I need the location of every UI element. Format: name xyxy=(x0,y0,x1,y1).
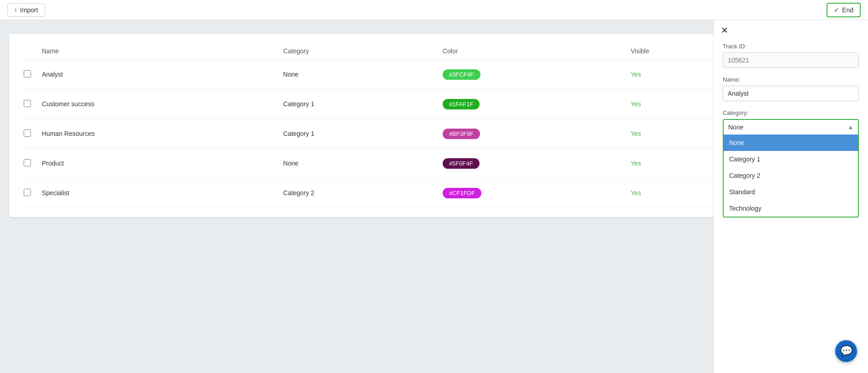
cell-name: Customer success xyxy=(36,89,278,119)
checkbox-cell xyxy=(18,89,36,119)
col-category: Category xyxy=(278,43,437,60)
check-icon xyxy=(834,6,839,14)
category-label: Category: xyxy=(723,109,859,116)
cell-color: #1FAF1F xyxy=(437,89,625,119)
dropdown-option-standard[interactable]: Standard xyxy=(724,184,858,200)
end-button[interactable]: End xyxy=(827,3,861,17)
color-badge: #CF1FDF xyxy=(443,188,481,198)
cell-category: None xyxy=(278,149,437,178)
color-badge: #5F0F4F xyxy=(443,158,480,169)
name-label: Name: xyxy=(723,76,859,83)
cell-name: Analyst xyxy=(36,60,278,89)
close-button[interactable]: ✕ xyxy=(721,26,728,36)
top-bar: Import End xyxy=(0,0,868,20)
category-selected-value: None xyxy=(728,124,743,131)
cell-category: Category 1 xyxy=(278,89,437,119)
row-checkbox[interactable] xyxy=(24,130,31,137)
cell-category: Category 2 xyxy=(278,178,437,208)
visible-text: Yes xyxy=(631,71,641,78)
dropdown-option-category1[interactable]: Category 1 xyxy=(724,151,858,167)
cell-name: Specialist xyxy=(36,178,278,208)
right-panel: ✕ Track ID: Name: Category: None ▲ None … xyxy=(713,20,868,373)
cell-color: #5F0F4F xyxy=(437,149,625,178)
dropdown-option-none[interactable]: None xyxy=(724,135,858,151)
visible-text: Yes xyxy=(631,160,641,167)
checkbox-cell xyxy=(18,60,36,89)
track-id-label: Track ID: xyxy=(723,43,859,50)
category-field: Category: None ▲ None Category 1 Categor… xyxy=(723,109,859,135)
checkbox-cell xyxy=(18,178,36,208)
visible-text: Yes xyxy=(631,130,641,137)
import-label: Import xyxy=(20,6,38,14)
chevron-up-icon: ▲ xyxy=(848,124,853,130)
checkbox-cell xyxy=(18,149,36,178)
cell-category: None xyxy=(278,60,437,89)
name-input[interactable] xyxy=(723,86,859,101)
col-checkbox xyxy=(18,43,36,60)
color-badge: #3FCF4F xyxy=(443,69,480,80)
col-color: Color xyxy=(437,43,625,60)
cell-color: #BF3F9F xyxy=(437,119,625,149)
category-select[interactable]: None ▲ xyxy=(724,120,858,135)
track-id-input xyxy=(723,52,859,68)
track-id-field: Track ID: xyxy=(723,43,859,68)
chat-icon: 💬 xyxy=(840,345,853,357)
cell-color: #3FCF4F xyxy=(437,60,625,89)
color-badge: #1FAF1F xyxy=(443,99,480,109)
color-badge: #BF3F9F xyxy=(443,129,480,139)
row-checkbox[interactable] xyxy=(24,100,31,107)
cell-name: Product xyxy=(36,149,278,178)
visible-text: Yes xyxy=(631,100,641,108)
end-label: End xyxy=(842,6,853,14)
dropdown-option-technology[interactable]: Technology xyxy=(724,200,858,217)
cell-color: #CF1FDF xyxy=(437,178,625,208)
category-dropdown-wrapper: None ▲ None Category 1 Category 2 Standa… xyxy=(723,119,859,135)
category-dropdown-options: None Category 1 Category 2 Standard Tech… xyxy=(723,135,859,218)
checkbox-cell xyxy=(18,119,36,149)
row-checkbox[interactable] xyxy=(24,159,31,166)
chat-bubble[interactable]: 💬 xyxy=(835,340,857,362)
visible-text: Yes xyxy=(631,189,641,197)
dropdown-option-category2[interactable]: Category 2 xyxy=(724,167,858,184)
cell-category: Category 1 xyxy=(278,119,437,149)
row-checkbox[interactable] xyxy=(24,70,31,78)
upload-icon xyxy=(14,6,17,14)
import-button[interactable]: Import xyxy=(7,3,45,17)
name-field: Name: xyxy=(723,76,859,101)
col-name: Name xyxy=(36,43,278,60)
cell-name: Human Resources xyxy=(36,119,278,149)
row-checkbox[interactable] xyxy=(24,189,31,196)
